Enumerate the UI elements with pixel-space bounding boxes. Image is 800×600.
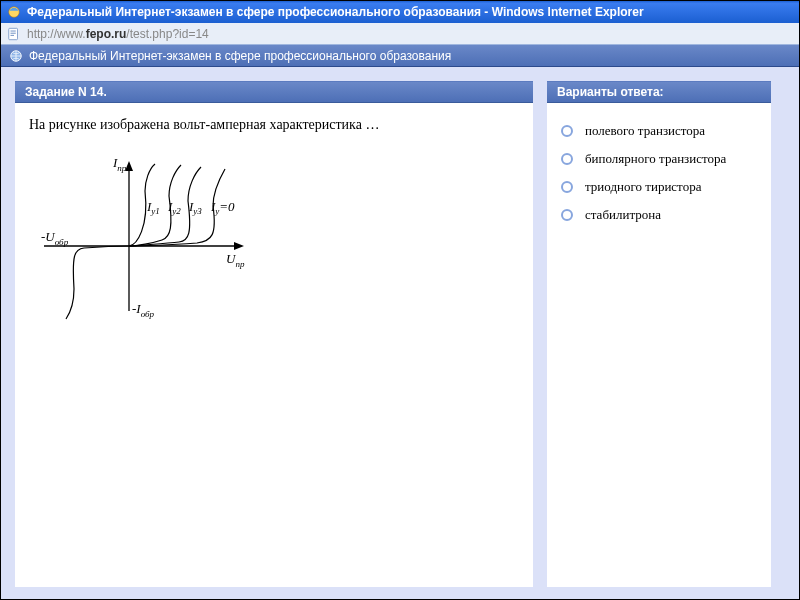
svg-text:Iу3: Iу3 [188, 199, 202, 216]
site-ribbon: Федеральный Интернет-экзамен в сфере про… [1, 45, 799, 67]
ie-icon [7, 5, 21, 19]
question-text: На рисунке изображена вольт-амперная хар… [29, 117, 519, 133]
page-icon [7, 27, 21, 41]
answer-option[interactable]: стабилитрона [561, 201, 757, 229]
task-body: На рисунке изображена вольт-амперная хар… [15, 103, 533, 587]
svg-text:Iу1: Iу1 [146, 199, 160, 216]
task-panel: Задание N 14. На рисунке изображена воль… [15, 81, 533, 587]
url-domain: fepo.ru [86, 27, 127, 41]
answer-text: стабилитрона [585, 207, 661, 223]
address-bar: http://www.fepo.ru/test.php?id=14 [1, 23, 799, 45]
radio-icon[interactable] [561, 153, 573, 165]
svg-rect-0 [9, 28, 18, 39]
window-title-bar: Федеральный Интернет-экзамен в сфере про… [1, 1, 799, 23]
svg-text:-Iобр: -Iобр [132, 301, 155, 319]
answer-text: биполярного транзистора [585, 151, 726, 167]
svg-rect-2 [11, 32, 16, 33]
task-header: Задание N 14. [15, 81, 533, 103]
url-prefix: http://www. [27, 27, 86, 41]
svg-text:Iпр: Iпр [112, 155, 127, 173]
answer-option[interactable]: триодного тиристора [561, 173, 757, 201]
iv-curve-diagram: Iпр Uпр -Uобр -Iобр Iу1 Iу2 Iу3 Iу=0 [29, 141, 289, 331]
answer-option[interactable]: биполярного транзистора [561, 145, 757, 173]
answer-text: триодного тиристора [585, 179, 701, 195]
svg-rect-1 [11, 30, 16, 31]
url-path: /test.php?id=14 [126, 27, 208, 41]
svg-text:Uпр: Uпр [226, 251, 245, 269]
content-area: Задание N 14. На рисунке изображена воль… [1, 67, 799, 599]
answer-option[interactable]: полевого транзистора [561, 117, 757, 145]
answers-header: Варианты ответа: [547, 81, 771, 103]
answer-text: полевого транзистора [585, 123, 705, 139]
window-title: Федеральный Интернет-экзамен в сфере про… [27, 5, 644, 19]
radio-icon[interactable] [561, 209, 573, 221]
radio-icon[interactable] [561, 125, 573, 137]
answers-panel: Варианты ответа: полевого транзистора би… [547, 81, 771, 587]
answers-list: полевого транзистора биполярного транзис… [561, 117, 757, 229]
svg-text:Iу=0: Iу=0 [210, 199, 235, 216]
svg-rect-3 [11, 34, 15, 35]
radio-icon[interactable] [561, 181, 573, 193]
answers-body: полевого транзистора биполярного транзис… [547, 103, 771, 587]
globe-icon [9, 49, 23, 63]
svg-marker-8 [234, 242, 244, 250]
svg-text:Iу2: Iу2 [167, 199, 181, 216]
svg-text:-Uобр: -Uобр [41, 229, 69, 247]
url-text[interactable]: http://www.fepo.ru/test.php?id=14 [27, 27, 209, 41]
site-ribbon-text: Федеральный Интернет-экзамен в сфере про… [29, 49, 451, 63]
